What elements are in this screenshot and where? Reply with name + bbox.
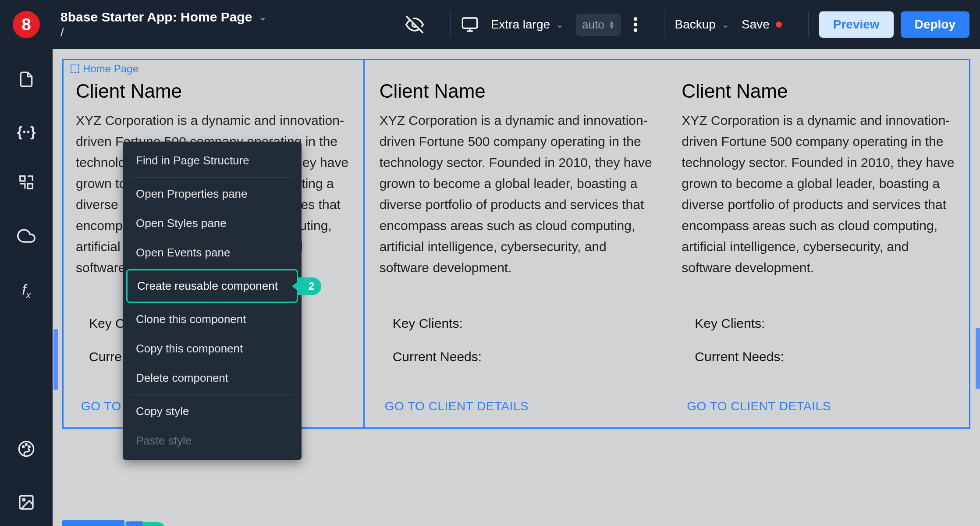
card-2[interactable]: Client Name XYZ Corporation is a dynamic… bbox=[367, 60, 667, 427]
save-button[interactable]: Save bbox=[742, 18, 782, 32]
selected-component-label: Card 1 bbox=[82, 524, 117, 526]
function-icon[interactable]: fx bbox=[22, 281, 30, 300]
cm-copy-style[interactable]: Copy style bbox=[123, 397, 302, 426]
selected-component-pill[interactable]: Card 1 bbox=[62, 520, 124, 526]
svg-point-11 bbox=[23, 499, 25, 501]
current-needs-label: Current Needs: bbox=[393, 349, 655, 364]
selected-component-badge: Card 1 1 bbox=[62, 520, 166, 526]
cm-create-reusable[interactable]: Create reusable component 2 bbox=[126, 269, 298, 303]
top-bar: 8 8base Starter App: Home Page ⌄ / Extra… bbox=[0, 0, 980, 49]
card-title: Client Name bbox=[380, 80, 655, 102]
monitor-icon[interactable] bbox=[461, 16, 479, 33]
selection-box-icon bbox=[71, 64, 79, 73]
app-title: 8base Starter App: Home Page bbox=[60, 10, 252, 25]
client-details-link[interactable]: GO TO CLIENT DETAILS bbox=[385, 399, 529, 413]
route-path: / bbox=[60, 25, 266, 39]
cm-paste-style: Paste style bbox=[123, 426, 302, 455]
cm-find-in-structure[interactable]: Find in Page Structure bbox=[123, 146, 302, 175]
current-needs-label: Current Needs: bbox=[695, 349, 957, 364]
cloud-icon[interactable] bbox=[17, 227, 36, 247]
menu-separator bbox=[131, 394, 294, 395]
cm-delete[interactable]: Delete component bbox=[123, 363, 302, 393]
cm-open-styles[interactable]: Open Styles pane bbox=[123, 209, 302, 238]
card-title: Client Name bbox=[682, 80, 957, 102]
card-3[interactable]: Client Name XYZ Corporation is a dynamic… bbox=[669, 60, 969, 427]
chevron-down-icon: ⌄ bbox=[556, 19, 564, 30]
logo-text: 8 bbox=[21, 15, 31, 34]
braces-icon[interactable]: {··} bbox=[17, 124, 36, 140]
scroll-indicator-right[interactable] bbox=[976, 328, 980, 389]
svg-rect-4 bbox=[20, 176, 25, 181]
title-block: 8base Starter App: Home Page ⌄ / bbox=[60, 10, 266, 39]
svg-point-7 bbox=[23, 446, 24, 447]
menu-separator bbox=[131, 177, 294, 178]
brand-logo[interactable]: 8 bbox=[0, 0, 53, 49]
card-description: XYZ Corporation is a dynamic and innovat… bbox=[380, 110, 655, 278]
more-vertical-icon[interactable] bbox=[633, 17, 638, 32]
components-icon[interactable] bbox=[18, 174, 35, 192]
palette-icon[interactable] bbox=[18, 440, 35, 459]
breadcrumb[interactable]: Home Page bbox=[71, 63, 138, 75]
svg-point-3 bbox=[633, 28, 637, 32]
key-clients-label: Key Clients: bbox=[695, 316, 957, 331]
client-details-link[interactable]: GO TO CLIENT DETAILS bbox=[687, 399, 831, 413]
svg-point-9 bbox=[28, 446, 30, 447]
svg-point-1 bbox=[633, 17, 637, 21]
chevron-down-icon: ⌄ bbox=[722, 19, 729, 30]
deploy-button[interactable]: Deploy bbox=[901, 11, 969, 38]
annotation-step-1: 1 bbox=[143, 522, 166, 526]
backup-menu[interactable]: Backup ⌄ bbox=[675, 18, 729, 32]
annotation-step-2: 2 bbox=[298, 277, 321, 295]
svg-point-2 bbox=[633, 23, 637, 27]
image-icon[interactable] bbox=[18, 494, 35, 513]
preview-button[interactable]: Preview bbox=[819, 11, 894, 38]
svg-rect-0 bbox=[462, 18, 477, 28]
cm-clone[interactable]: Clone this component bbox=[123, 305, 302, 334]
zoom-value: auto bbox=[582, 18, 604, 32]
visibility-off-icon[interactable] bbox=[405, 15, 424, 34]
chevron-down-icon[interactable]: ⌄ bbox=[259, 12, 266, 22]
breadcrumb-label: Home Page bbox=[83, 63, 138, 75]
scroll-indicator-left[interactable] bbox=[53, 329, 58, 390]
unsaved-indicator-icon bbox=[776, 21, 782, 28]
card-title: Client Name bbox=[76, 80, 351, 102]
viewport-select[interactable]: Extra large ⌄ bbox=[491, 18, 564, 32]
cm-copy-component[interactable]: Copy this component bbox=[123, 334, 302, 363]
page-icon[interactable] bbox=[18, 71, 35, 89]
context-menu: Find in Page Structure Open Properties p… bbox=[123, 142, 302, 460]
svg-point-8 bbox=[25, 444, 27, 445]
stepper-icon[interactable]: ▲▼ bbox=[609, 20, 615, 29]
logo-circle: 8 bbox=[13, 11, 40, 38]
cm-open-events[interactable]: Open Events pane bbox=[123, 238, 302, 267]
zoom-select[interactable]: auto ▲▼ bbox=[576, 14, 621, 36]
left-sidebar: {··} fx bbox=[0, 49, 53, 526]
card-description: XYZ Corporation is a dynamic and innovat… bbox=[682, 110, 957, 278]
cm-open-properties[interactable]: Open Properties pane bbox=[123, 179, 302, 209]
svg-rect-5 bbox=[28, 184, 32, 188]
key-clients-label: Key Clients: bbox=[393, 316, 655, 331]
